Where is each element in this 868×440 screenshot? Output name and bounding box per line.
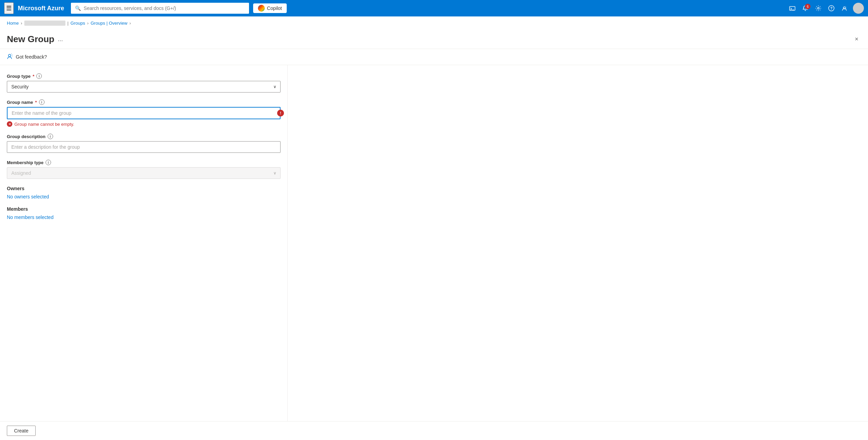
error-text: Group name cannot be empty. <box>14 122 74 127</box>
group-name-required: * <box>35 100 37 105</box>
feedback-bar: Got feedback? <box>0 49 868 65</box>
form-panel: Group type * i Security Microsoft 365 ∨ … <box>0 65 288 437</box>
error-circle-icon: ✕ <box>7 121 12 127</box>
breadcrumb: Home › | Groups › Groups | Overview › <box>0 16 868 28</box>
topnav-icon-group: 6 ? <box>786 3 864 14</box>
members-link[interactable]: No members selected <box>7 215 53 220</box>
group-description-label: Group description i <box>7 134 281 139</box>
members-field: Members No members selected <box>7 206 281 220</box>
main-content: Home › | Groups › Groups | Overview › Ne… <box>0 16 868 440</box>
group-type-label: Group type * i <box>7 73 281 79</box>
group-name-label: Group name * i <box>7 99 281 105</box>
page-title: New Group <box>7 34 54 45</box>
search-icon: 🔍 <box>75 5 81 11</box>
notification-badge: 6 <box>805 4 810 9</box>
create-button[interactable]: Create <box>7 426 36 436</box>
group-name-info-icon[interactable]: i <box>39 99 45 105</box>
membership-type-select-wrapper: Assigned Dynamic User Dynamic Device ∨ <box>7 167 281 179</box>
group-type-select[interactable]: Security Microsoft 365 <box>7 81 281 93</box>
form-area: Group type * i Security Microsoft 365 ∨ … <box>0 65 868 437</box>
user-avatar[interactable] <box>853 3 864 14</box>
group-description-input[interactable] <box>7 141 281 153</box>
membership-type-field: Membership type i Assigned Dynamic User … <box>7 160 281 179</box>
group-description-field: Group description i <box>7 134 281 153</box>
notifications-button[interactable]: 6 <box>799 3 811 13</box>
group-name-error-badge: ! <box>277 110 284 117</box>
svg-point-6 <box>9 54 11 57</box>
cloud-shell-button[interactable] <box>786 3 798 13</box>
owners-label: Owners <box>7 186 281 191</box>
breadcrumb-sep-4: › <box>129 21 131 26</box>
group-name-error-message: ✕ Group name cannot be empty. <box>7 121 281 127</box>
group-type-field: Group type * i Security Microsoft 365 ∨ <box>7 73 281 93</box>
breadcrumb-sep-1: › <box>21 21 22 26</box>
membership-type-info-icon[interactable]: i <box>46 160 51 165</box>
owners-link[interactable]: No owners selected <box>7 194 49 199</box>
svg-point-2 <box>818 8 819 9</box>
brand-title: Microsoft Azure <box>18 5 64 12</box>
right-panel <box>288 65 868 437</box>
search-bar[interactable]: 🔍 <box>71 3 249 14</box>
owners-field: Owners No owners selected <box>7 186 281 199</box>
group-name-input-wrapper: ! <box>7 107 281 119</box>
breadcrumb-home[interactable]: Home <box>7 21 19 26</box>
page-title-row: New Group ... <box>7 34 63 45</box>
settings-button[interactable] <box>813 3 824 13</box>
hamburger-menu[interactable]: ☰ <box>4 2 14 14</box>
search-input[interactable] <box>84 5 245 11</box>
group-name-input[interactable] <box>7 107 281 119</box>
membership-type-label: Membership type i <box>7 160 281 165</box>
bottom-bar: Create <box>0 421 868 440</box>
feedback-nav-button[interactable] <box>839 3 850 13</box>
top-navigation: ☰ Microsoft Azure 🔍 Copilot 6 ? <box>0 0 868 16</box>
page-header: New Group ... × <box>0 28 868 49</box>
breadcrumb-overview[interactable]: Groups | Overview <box>90 21 127 26</box>
members-label: Members <box>7 206 281 212</box>
group-type-info-icon[interactable]: i <box>36 73 42 79</box>
membership-type-select: Assigned Dynamic User Dynamic Device <box>7 167 281 179</box>
breadcrumb-sep-3: › <box>87 21 88 26</box>
close-button[interactable]: × <box>852 34 861 44</box>
breadcrumb-groups[interactable]: Groups <box>71 21 85 26</box>
group-type-select-wrapper: Security Microsoft 365 ∨ <box>7 81 281 93</box>
help-button[interactable]: ? <box>826 3 837 13</box>
group-description-info-icon[interactable]: i <box>48 134 53 139</box>
feedback-label[interactable]: Got feedback? <box>16 54 47 60</box>
copilot-button[interactable]: Copilot <box>253 3 287 13</box>
breadcrumb-sep-2: | <box>67 21 69 26</box>
more-options-button[interactable]: ... <box>58 36 63 43</box>
group-name-field: Group name * i ! ✕ Group name cannot be … <box>7 99 281 127</box>
svg-text:?: ? <box>830 6 833 10</box>
copilot-label: Copilot <box>267 5 282 11</box>
breadcrumb-tenant <box>24 21 65 26</box>
copilot-gem-icon <box>258 5 265 12</box>
group-type-required: * <box>33 74 34 79</box>
feedback-icon <box>7 53 13 61</box>
